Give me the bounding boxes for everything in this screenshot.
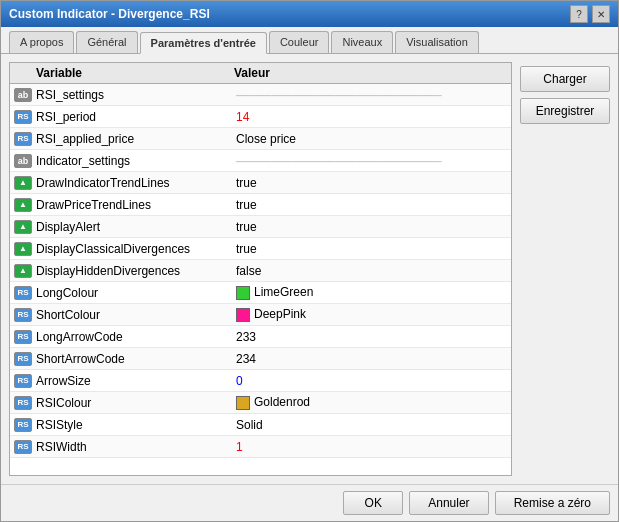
icon-chart: ▲ [14,198,32,212]
row-value: Solid [236,418,507,432]
table-row: ▲ DrawIndicatorTrendLines true [10,172,511,194]
icon-rs: RS [14,308,32,322]
row-value: true [236,176,507,190]
icon-rs: RS [14,330,32,344]
row-name: DisplayClassicalDivergences [36,242,236,256]
row-name: RSI_period [36,110,236,124]
row-value: true [236,242,507,256]
row-value: LimeGreen [236,285,507,300]
bottom-bar: OK Annuler Remise a zéro [1,484,618,521]
row-value: 14 [236,110,507,124]
table-row: ▲ DisplayClassicalDivergences true [10,238,511,260]
icon-ab: ab [14,88,32,102]
row-name: DisplayAlert [36,220,236,234]
tab-niveaux[interactable]: Niveaux [331,31,393,53]
icon-rs: RS [14,132,32,146]
header-variable: Variable [14,66,234,80]
row-name: RSI_applied_price [36,132,236,146]
icon-rs: RS [14,110,32,124]
charger-button[interactable]: Charger [520,66,610,92]
enregistrer-button[interactable]: Enregistrer [520,98,610,124]
row-value: DeepPink [236,307,507,322]
color-swatch-rsi[interactable] [236,396,250,410]
table-row: ▲ DisplayHiddenDivergences false [10,260,511,282]
remise-button[interactable]: Remise a zéro [495,491,610,515]
table-row: RS LongColour LimeGreen [10,282,511,304]
row-name: DisplayHiddenDivergences [36,264,236,278]
row-name: RSIStyle [36,418,236,432]
icon-rs: RS [14,418,32,432]
content-area: Variable Valeur ab RSI_settings ────────… [1,54,618,484]
table-row: RS RSIWidth 1 [10,436,511,458]
table-row: RS RSIColour Goldenrod [10,392,511,414]
row-value: true [236,220,507,234]
icon-rs: RS [14,374,32,388]
right-buttons: Charger Enregistrer [520,62,610,476]
row-name: LongColour [36,286,236,300]
table-row: RS RSI_period 14 [10,106,511,128]
row-value: ───────────────────────────── [236,154,507,168]
icon-rs: RS [14,286,32,300]
row-name: LongArrowCode [36,330,236,344]
annuler-button[interactable]: Annuler [409,491,488,515]
icon-chart: ▲ [14,176,32,190]
row-value: true [236,198,507,212]
color-swatch-short[interactable] [236,308,250,322]
table-row: RS LongArrowCode 233 [10,326,511,348]
row-name: ShortColour [36,308,236,322]
icon-rs: RS [14,440,32,454]
table-row: RS ShortArrowCode 234 [10,348,511,370]
title-bar: Custom Indicator - Divergence_RSI ? ✕ [1,1,618,27]
header-value: Valeur [234,66,507,80]
row-value: Goldenrod [236,395,507,410]
icon-chart: ▲ [14,264,32,278]
window-title: Custom Indicator - Divergence_RSI [9,7,210,21]
tab-general[interactable]: Général [76,31,137,53]
row-name: DrawPriceTrendLines [36,198,236,212]
table-header: Variable Valeur [10,63,511,84]
tab-apropos[interactable]: A propos [9,31,74,53]
tab-parametres[interactable]: Paramètres d'entrée [140,32,267,54]
color-swatch-long[interactable] [236,286,250,300]
table-row: ab Indicator_settings ──────────────────… [10,150,511,172]
row-name: ShortArrowCode [36,352,236,366]
table-row: RS RSI_applied_price Close price [10,128,511,150]
tabs-bar: A propos Général Paramètres d'entrée Cou… [1,27,618,54]
row-name: RSI_settings [36,88,236,102]
row-name: Indicator_settings [36,154,236,168]
row-name: ArrowSize [36,374,236,388]
icon-chart: ▲ [14,242,32,256]
row-name: RSIColour [36,396,236,410]
table-row: ▲ DisplayAlert true [10,216,511,238]
row-value: 233 [236,330,507,344]
main-window: Custom Indicator - Divergence_RSI ? ✕ A … [0,0,619,522]
row-value: Close price [236,132,507,146]
tab-couleur[interactable]: Couleur [269,31,330,53]
row-value: 1 [236,440,507,454]
icon-chart: ▲ [14,220,32,234]
table-row: ▲ DrawPriceTrendLines true [10,194,511,216]
help-button[interactable]: ? [570,5,588,23]
row-value: 0 [236,374,507,388]
close-button[interactable]: ✕ [592,5,610,23]
row-value: ───────────────────────────── [236,88,507,102]
table-row: ab RSI_settings ────────────────────────… [10,84,511,106]
icon-rs: RS [14,396,32,410]
icon-ab: ab [14,154,32,168]
ok-button[interactable]: OK [343,491,403,515]
parameters-table: Variable Valeur ab RSI_settings ────────… [9,62,512,476]
table-row: RS ShortColour DeepPink [10,304,511,326]
table-row: RS RSIStyle Solid [10,414,511,436]
row-name: RSIWidth [36,440,236,454]
row-name: DrawIndicatorTrendLines [36,176,236,190]
row-value: false [236,264,507,278]
title-controls: ? ✕ [570,5,610,23]
tab-visualisation[interactable]: Visualisation [395,31,479,53]
row-value: 234 [236,352,507,366]
icon-rs: RS [14,352,32,366]
table-row: RS ArrowSize 0 [10,370,511,392]
